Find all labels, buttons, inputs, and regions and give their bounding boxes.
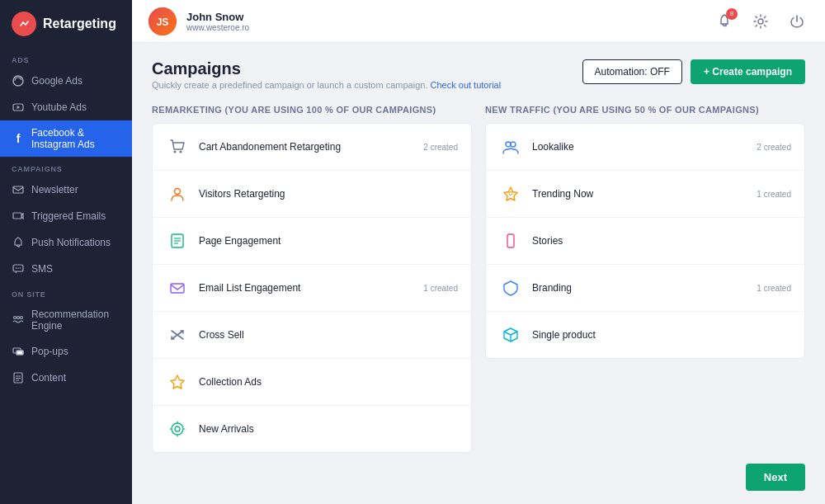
svg-point-21 <box>758 19 763 24</box>
list-item[interactable]: New Arrivals <box>153 406 471 452</box>
list-item[interactable]: Email List Engagement 1 created <box>153 265 471 312</box>
section-label-ads: ADS <box>0 48 132 68</box>
campaign-name: Stories <box>532 235 781 247</box>
user-name: John Snow <box>186 11 703 23</box>
newsletter-icon <box>12 183 25 196</box>
automation-button[interactable]: Automation: OFF <box>582 59 682 84</box>
new-arrivals-icon <box>166 417 189 440</box>
campaign-count: 1 created <box>757 190 791 199</box>
svg-point-10 <box>17 317 20 319</box>
sidebar-item-content[interactable]: Content <box>0 365 132 391</box>
sidebar-item-label: Google Ads <box>31 75 82 87</box>
power-button[interactable] <box>785 10 808 33</box>
sidebar-item-label: Facebook & Instagram Ads <box>31 127 120 150</box>
svg-rect-35 <box>507 234 514 247</box>
push-notifications-icon <box>12 236 25 249</box>
sidebar-item-label: Pop-ups <box>31 346 68 357</box>
list-item[interactable]: Single product <box>486 312 804 358</box>
campaign-name: Lookalike <box>532 141 747 153</box>
list-item[interactable]: Collection Ads <box>153 359 471 406</box>
remarketing-section: REMARKETING (you are using 100 % of our … <box>152 105 472 453</box>
campaigns-grid: REMARKETING (you are using 100 % of our … <box>152 105 805 453</box>
main-content: JS John Snow www.westeroe.ro 8 <box>132 0 825 504</box>
settings-button[interactable] <box>749 10 772 33</box>
svg-rect-4 <box>13 213 21 219</box>
svg-point-34 <box>509 192 512 195</box>
svg-point-6 <box>16 267 17 269</box>
list-item[interactable]: Branding 1 created <box>486 265 804 312</box>
sidebar-item-label: SMS <box>31 263 53 275</box>
sidebar-item-newsletter[interactable]: Newsletter <box>0 177 132 203</box>
svg-rect-3 <box>13 186 23 193</box>
list-item[interactable]: Stories <box>486 218 804 265</box>
tutorial-link[interactable]: Check out tutorial <box>431 80 502 90</box>
page-title-block: Campaigns Quickly create a predefined ca… <box>152 59 501 90</box>
campaign-name: Page Engagement <box>199 235 448 247</box>
content-area: Campaigns Quickly create a predefined ca… <box>132 43 825 504</box>
list-item[interactable]: Lookalike 2 created <box>486 124 804 171</box>
section-label-campaigns: CAMPAIGNS <box>0 157 132 177</box>
svg-point-7 <box>17 267 19 269</box>
sidebar-item-sms[interactable]: SMS <box>0 256 132 282</box>
notification-badge: 8 <box>726 8 738 20</box>
campaign-count: 1 created <box>757 284 791 293</box>
next-button[interactable]: Next <box>746 464 805 491</box>
svg-text:JS: JS <box>157 16 169 28</box>
sidebar-item-facebook-ads[interactable]: f Facebook & Instagram Ads <box>0 120 132 157</box>
popups-icon <box>12 345 25 358</box>
svg-rect-29 <box>171 284 184 293</box>
svg-point-32 <box>506 142 511 147</box>
sidebar-item-recommendation[interactable]: Recommendation Engine <box>0 302 132 338</box>
list-item[interactable]: Page Engagement <box>153 218 471 265</box>
single-product-icon <box>499 323 522 346</box>
sms-icon <box>12 262 25 276</box>
campaign-count: 2 created <box>757 143 791 152</box>
campaign-count: 2 created <box>423 143 458 152</box>
sidebar-item-youtube-ads[interactable]: Youtube Ads <box>0 94 132 120</box>
user-url: www.westeroe.ro <box>186 23 703 32</box>
list-item[interactable]: Cross Sell <box>153 312 471 359</box>
page-header: Campaigns Quickly create a predefined ca… <box>152 59 805 90</box>
page-subtitle: Quickly create a predefined campaign or … <box>152 80 501 90</box>
branding-icon <box>499 276 522 299</box>
section-label-onsite: ON SITE <box>0 282 132 302</box>
svg-point-23 <box>180 151 182 153</box>
svg-point-8 <box>20 267 21 269</box>
stories-icon <box>499 229 522 252</box>
triggered-emails-icon <box>12 210 25 223</box>
sidebar-item-label: Content <box>31 372 66 384</box>
campaign-name: Visitors Retargeting <box>199 188 448 200</box>
list-item[interactable]: Trending Now 1 created <box>486 171 804 218</box>
svg-point-11 <box>21 317 23 319</box>
sidebar-item-pop-ups[interactable]: Pop-ups <box>0 338 132 365</box>
svg-point-24 <box>175 189 181 195</box>
visitors-icon <box>166 182 189 205</box>
list-item[interactable]: Cart Abandonement Retargeting 2 created <box>153 124 471 171</box>
svg-rect-13 <box>16 351 23 355</box>
sidebar-item-push-notifications[interactable]: Push Notifications <box>0 229 132 256</box>
list-item[interactable]: Visitors Retargeting <box>153 171 471 218</box>
sidebar-item-google-ads[interactable]: Google Ads <box>0 68 132 94</box>
user-info: John Snow www.westeroe.ro <box>186 11 703 32</box>
new-traffic-section: NEW TRAFFIC (you are using 50 % of our c… <box>485 105 805 453</box>
header: JS John Snow www.westeroe.ro 8 <box>132 0 825 43</box>
sidebar-logo: Retargeting <box>0 0 132 48</box>
sidebar-item-triggered-emails[interactable]: Triggered Emails <box>0 203 132 229</box>
facebook-icon: f <box>12 132 25 145</box>
header-actions: 8 <box>713 10 808 33</box>
recommendation-icon <box>12 313 25 327</box>
svg-point-30 <box>172 423 183 435</box>
cart-icon <box>166 135 189 158</box>
new-traffic-list: Lookalike 2 created Trending Now 1 creat… <box>485 123 805 359</box>
campaign-name: Cross Sell <box>199 329 448 341</box>
trending-icon <box>499 182 522 205</box>
campaign-count: 1 created <box>423 284 458 293</box>
page-actions: Automation: OFF + Create campaign <box>582 59 805 84</box>
campaign-name: Branding <box>532 282 747 294</box>
create-campaign-button[interactable]: + Create campaign <box>691 59 805 84</box>
cross-sell-icon <box>166 323 189 346</box>
sidebar-item-label: Newsletter <box>31 184 78 195</box>
svg-point-33 <box>511 142 516 147</box>
collection-ads-icon <box>166 370 189 393</box>
notification-button[interactable]: 8 <box>713 10 736 33</box>
